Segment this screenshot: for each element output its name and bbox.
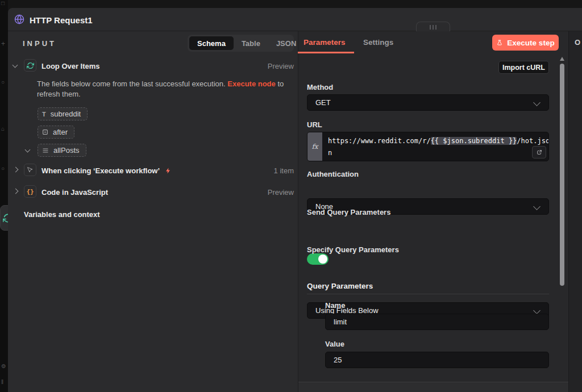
code-node-icon-tile: {} [24, 185, 36, 198]
schema-field-allposts[interactable]: allPosts [38, 144, 86, 157]
grip-icon: ‖ [1, 380, 3, 385]
chevron-down-icon [533, 203, 541, 210]
input-view-tabs: Schema Table JSON [188, 35, 294, 52]
item-count-badge: 1 item [216, 166, 294, 175]
node-title-bar [8, 8, 582, 31]
url-expression-input[interactable]: fx https://www.reddit.com/r/{{ $json.sub… [307, 132, 549, 161]
url-label: URL [307, 120, 322, 129]
param-value-label: Value [325, 340, 344, 348]
tab-settings[interactable]: Settings [363, 38, 393, 47]
notice-text: The fields below come from the last succ… [37, 80, 227, 88]
fx-badge: fx [307, 132, 322, 161]
section-divider [307, 294, 549, 294]
execute-step-button[interactable]: Execute step [492, 35, 559, 51]
text-type-icon: T [42, 111, 46, 118]
lightning-bolt-icon [165, 167, 172, 174]
chevron-down-icon [533, 99, 541, 106]
field-name: allPosts [53, 146, 80, 155]
code-braces-icon: {} [26, 188, 34, 195]
send-query-parameters-toggle[interactable] [307, 253, 329, 265]
tab-table[interactable]: Table [234, 36, 268, 50]
circle-node-icon[interactable]: ○ [1, 80, 5, 85]
cursor-icon [27, 166, 34, 173]
panel-footer [298, 382, 568, 392]
tree-node-loop-over-items[interactable]: Loop Over Items [41, 62, 100, 70]
canvas-toolbar-strip: □ + ○ ⌂ ○ ⚙ ‖ [0, 0, 8, 392]
schema-field-after[interactable]: after [38, 126, 74, 139]
panel-icon[interactable]: □ [1, 1, 5, 6]
trigger-node-icon-tile [24, 164, 36, 176]
loop-icon [27, 62, 34, 69]
add-icon[interactable]: + [1, 41, 5, 47]
node-title[interactable]: HTTP Request1 [30, 15, 93, 25]
preview-badge: Preview [216, 62, 294, 70]
list-type-icon [42, 147, 49, 154]
tab-parameters[interactable]: Parameters [304, 38, 346, 47]
n8n-node-details-view: □ + ○ ⌂ ○ ⚙ ‖ HTTP Request1 INPUT Schema… [0, 0, 582, 392]
param-name-input[interactable]: limit [325, 314, 549, 330]
null-type-icon [42, 129, 48, 135]
import-curl-button[interactable]: Import cURL [498, 61, 549, 74]
globe-icon [14, 14, 24, 24]
send-query-parameters-label: Send Query Parameters [307, 208, 390, 216]
expand-icon [537, 149, 542, 155]
execute-step-label: Execute step [507, 39, 554, 47]
output-panel-title: O [575, 38, 580, 47]
schema-field-subreddit[interactable]: T subreddit [38, 107, 88, 120]
query-parameters-heading: Query Parameters [307, 282, 373, 290]
url-prefix: https://www.reddit.com/r/ [328, 137, 431, 145]
tree-node-manual-trigger[interactable]: When clicking ‘Execute workflow’ [41, 166, 172, 175]
authentication-label: Authentication [307, 170, 359, 178]
output-panel-edge [568, 31, 582, 392]
scrollbar-thumb[interactable] [560, 64, 564, 286]
open-expression-editor-button[interactable] [532, 146, 546, 159]
url-expression: {{ $json.subreddit }} [431, 137, 517, 145]
home-icon[interactable]: ⌂ [1, 126, 5, 132]
preview-badge: Preview [216, 188, 294, 197]
input-panel-title: INPUT [23, 39, 56, 48]
panel-drag-handle[interactable] [416, 22, 450, 32]
stale-data-notice: The fields below come from the last succ… [37, 79, 292, 100]
method-value: GET [315, 98, 331, 107]
tree-node-code[interactable]: Code in JavaScript [41, 188, 108, 197]
url-value[interactable]: https://www.reddit.com/r/{{ $json.subred… [328, 135, 549, 159]
field-name: after [53, 128, 68, 136]
flask-icon [496, 39, 503, 47]
settings-icon[interactable]: ⚙ [1, 364, 6, 369]
active-tab-underline [298, 52, 354, 53]
node-label: When clicking ‘Execute workflow’ [41, 166, 159, 175]
tree-node-variables-context[interactable]: Variables and context [24, 210, 100, 219]
method-label: Method [307, 83, 333, 91]
param-name-label: Name [325, 301, 345, 310]
field-name: subreddit [51, 110, 81, 118]
specify-query-parameters-label: Specify Query Parameters [307, 245, 399, 254]
param-value-input[interactable]: 25 [325, 352, 549, 368]
execute-node-link[interactable]: Execute node [227, 80, 276, 88]
tab-schema[interactable]: Schema [189, 36, 234, 50]
toggle-knob [318, 255, 327, 264]
chevron-down-icon [533, 307, 541, 314]
scroll-up-arrow[interactable] [560, 57, 564, 61]
loop-node-icon-tile [24, 59, 36, 72]
key-icon[interactable]: ○ [1, 166, 5, 172]
method-select[interactable]: GET [307, 94, 549, 111]
